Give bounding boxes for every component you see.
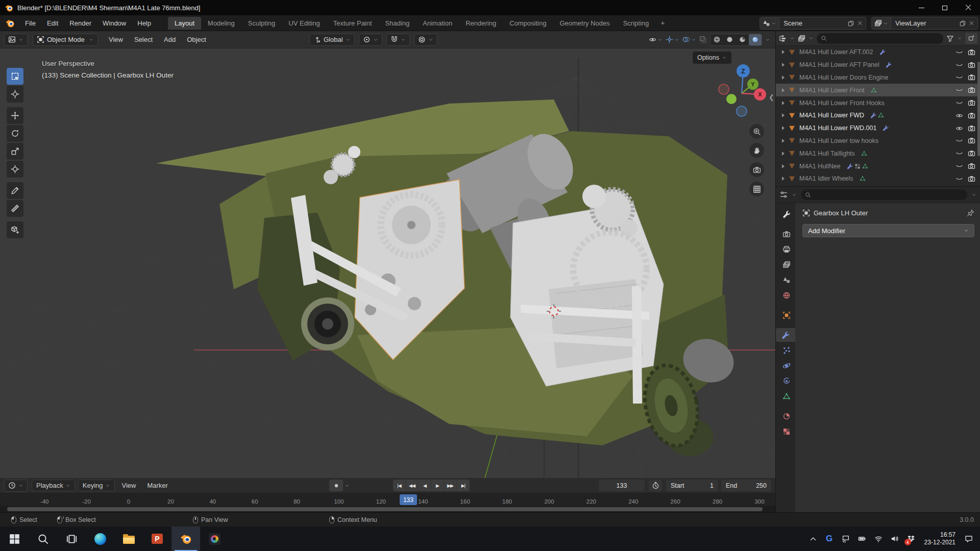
- properties-tab-scene[interactable]: [778, 273, 795, 287]
- properties-tab-data[interactable]: [778, 389, 795, 403]
- tray-chevron-button[interactable]: [806, 527, 820, 551]
- dropbox-button[interactable]: 4: [904, 527, 918, 551]
- timeline-menu-view[interactable]: View: [118, 480, 140, 491]
- expand-icon[interactable]: [782, 76, 785, 80]
- properties-search[interactable]: [801, 189, 967, 200]
- current-frame-field[interactable]: 133: [599, 480, 645, 491]
- show-overlays-toggle[interactable]: [682, 36, 696, 43]
- tool-annotate[interactable]: [7, 182, 23, 199]
- camera-visibility-icon[interactable]: [968, 175, 975, 183]
- camera-visibility-icon[interactable]: [968, 99, 975, 107]
- tool-cursor[interactable]: [7, 86, 23, 103]
- new-collection-button[interactable]: [965, 33, 977, 44]
- auto-keying-toggle[interactable]: [329, 480, 343, 491]
- outliner-scrollbar[interactable]: [977, 62, 980, 156]
- tool-add-cube[interactable]: [7, 221, 23, 238]
- camera-visibility-icon[interactable]: [968, 137, 975, 144]
- expand-icon[interactable]: [782, 164, 785, 168]
- play-button[interactable]: ▶: [431, 480, 444, 491]
- tool-measure[interactable]: [7, 200, 23, 217]
- outliner-search-input[interactable]: [829, 35, 939, 42]
- viewport-menu-select[interactable]: Select: [129, 34, 158, 45]
- viewport-menu-view[interactable]: View: [103, 34, 129, 45]
- workspace-tab-sculpting[interactable]: Sculpting: [241, 17, 282, 30]
- properties-tab-particles[interactable]: [778, 343, 795, 357]
- expand-icon[interactable]: [782, 139, 785, 143]
- chevron-down-icon[interactable]: [792, 192, 797, 197]
- expand-icon[interactable]: [782, 101, 785, 105]
- region-collapse-arrow[interactable]: ❮: [769, 93, 774, 101]
- add-workspace-button[interactable]: +: [655, 17, 670, 30]
- tool-scale[interactable]: [7, 143, 23, 160]
- properties-editor-icon[interactable]: [780, 191, 788, 198]
- tool-select-box[interactable]: [7, 68, 23, 85]
- viewport-3d[interactable]: User Perspective (133) Scene Collection …: [0, 48, 775, 478]
- eye-closed-icon[interactable]: [955, 149, 963, 157]
- shading-dropdown[interactable]: [765, 37, 770, 42]
- object-visibility-dropdown[interactable]: [649, 36, 663, 43]
- camera-visibility-icon[interactable]: [968, 162, 975, 170]
- shading-wireframe-button[interactable]: [710, 34, 723, 45]
- options-button[interactable]: Options: [693, 52, 731, 64]
- unlink-scene-button[interactable]: ✕: [856, 19, 866, 27]
- orthographic-toggle-button[interactable]: [749, 182, 764, 196]
- properties-tab-output[interactable]: [778, 242, 795, 256]
- transform-orientation-dropdown[interactable]: Global: [309, 34, 355, 46]
- workspace-tab-modeling[interactable]: Modeling: [201, 17, 241, 30]
- tool-move[interactable]: [7, 107, 23, 124]
- menu-edit[interactable]: Edit: [41, 17, 64, 29]
- object-name[interactable]: M4A1 Hull Lower tow hooks: [799, 137, 878, 144]
- pin-icon[interactable]: [967, 209, 974, 217]
- copy-viewlayer-button[interactable]: [958, 20, 968, 27]
- camera-visibility-icon[interactable]: [968, 48, 975, 56]
- taskbar-media-app-button[interactable]: [200, 527, 229, 551]
- properties-tab-tool[interactable]: [778, 207, 795, 221]
- properties-tab-material[interactable]: [778, 409, 795, 423]
- properties-tab-render[interactable]: [778, 227, 795, 241]
- eye-open-icon[interactable]: [955, 124, 963, 132]
- filter-icon[interactable]: [946, 35, 954, 42]
- close-button[interactable]: [957, 0, 980, 15]
- tank-model[interactable]: [156, 99, 739, 456]
- expand-icon[interactable]: [782, 50, 785, 54]
- object-name[interactable]: M4A1 Hull Lower FWD.001: [799, 124, 876, 132]
- wifi-button[interactable]: [871, 527, 886, 551]
- navigation-gizmo[interactable]: Z Y X: [712, 63, 768, 119]
- blender-logo-icon[interactable]: [5, 18, 15, 28]
- taskbar-clock[interactable]: 16:5723-12-2021: [920, 531, 960, 546]
- remove-viewlayer-button[interactable]: ✕: [968, 19, 977, 27]
- camera-visibility-icon[interactable]: [968, 61, 975, 69]
- timeline-menu-playback[interactable]: Playback: [32, 480, 75, 491]
- shading-solid-button[interactable]: [723, 34, 736, 45]
- eye-open-icon[interactable]: [955, 112, 963, 119]
- chevron-down-icon[interactable]: [957, 36, 962, 41]
- properties-tab-world[interactable]: [778, 288, 795, 302]
- pan-view-button[interactable]: [749, 143, 764, 158]
- eye-closed-icon[interactable]: [955, 73, 963, 81]
- eye-closed-icon[interactable]: [955, 137, 963, 144]
- properties-tab-physics[interactable]: [778, 359, 795, 372]
- object-name[interactable]: M4A1 Hull Lower Front: [799, 87, 865, 94]
- snap-dropdown[interactable]: [386, 34, 410, 46]
- menu-file[interactable]: File: [19, 17, 41, 29]
- menu-window[interactable]: Window: [97, 17, 132, 29]
- outliner-item[interactable]: M4A1 Hull Lower Front Hooks: [776, 96, 980, 109]
- properties-tab-view-layer[interactable]: [778, 258, 795, 271]
- workspace-tab-animation[interactable]: Animation: [416, 17, 459, 30]
- chevron-down-icon[interactable]: [790, 36, 795, 41]
- active-object-name[interactable]: Gearbox LH Outer: [814, 209, 868, 217]
- taskbar-edge-button[interactable]: [86, 527, 114, 551]
- expand-icon[interactable]: [782, 113, 785, 117]
- properties-tab-object[interactable]: [778, 308, 795, 322]
- pivot-point-dropdown[interactable]: [359, 34, 382, 46]
- object-name[interactable]: M4A1 Hull Taillights: [799, 150, 855, 157]
- taskbar-blender-button[interactable]: [172, 527, 200, 551]
- expand-icon[interactable]: [782, 88, 785, 92]
- camera-visibility-icon[interactable]: [968, 112, 975, 119]
- next-keyframe-button[interactable]: ▶▶: [444, 480, 457, 491]
- camera-view-button[interactable]: [749, 162, 764, 177]
- viewlayer-selector[interactable]: ViewLayer ✕: [871, 17, 978, 30]
- viewlayer-name[interactable]: ViewLayer: [891, 19, 958, 27]
- outliner-item[interactable]: M4A1 Hull Lower Front: [776, 84, 980, 96]
- workspace-tab-shading[interactable]: Shading: [379, 17, 416, 30]
